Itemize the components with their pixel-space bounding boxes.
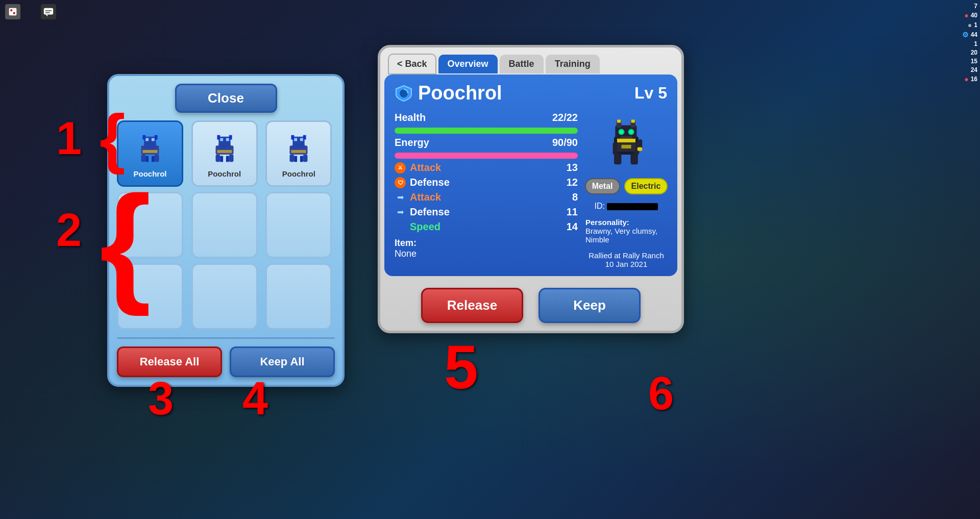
speed-icon (395, 221, 406, 233)
health-bar (395, 128, 578, 134)
svg-rect-27 (295, 138, 298, 141)
svg-rect-57 (9, 8, 17, 16)
svg-rect-18 (218, 144, 230, 149)
scroll-dot-1 (683, 180, 684, 187)
pokemon-slot-6[interactable] (265, 192, 332, 258)
hud-val-4: 44 (971, 31, 977, 38)
svg-rect-2 (155, 135, 158, 139)
sp-attack-label: Attack (410, 191, 441, 203)
tab-overview[interactable]: Overview (438, 55, 498, 73)
svg-rect-22 (226, 156, 229, 162)
pokemon-detail-sprite (596, 112, 657, 173)
type-electric: Electric (624, 178, 668, 194)
sp-attack-value: 8 (572, 191, 578, 203)
hud-row-8: 24 (962, 66, 977, 73)
defense-icon: 🛡 (395, 177, 406, 188)
tab-battle[interactable]: Battle (500, 55, 544, 73)
svg-rect-4 (152, 138, 155, 141)
keep-button[interactable]: Keep (538, 288, 641, 323)
poochrol-sprite-1 (132, 131, 168, 166)
hud-val-8: 24 (971, 66, 977, 73)
svg-point-45 (620, 130, 623, 134)
svg-rect-30 (293, 144, 305, 149)
close-button[interactable]: Close (175, 84, 277, 113)
hud-row-7: 15 (962, 58, 977, 65)
sprite-area: Metal Electric ID: Personality: Brawny, … (585, 112, 667, 268)
release-button[interactable]: Release (421, 288, 523, 323)
type-metal: Metal (585, 178, 620, 194)
energy-row: Energy 90/90 (395, 137, 578, 149)
sp-defense-value: 11 (567, 206, 578, 218)
svg-rect-63 (45, 12, 50, 13)
rally-date: 10 Jan 2021 (605, 260, 648, 268)
bottom-buttons: Release All Keep All (117, 347, 335, 377)
hud-icon-2: ● (964, 11, 968, 19)
hud-val-2: 40 (971, 12, 977, 19)
pokemon-slot-4[interactable] (117, 192, 183, 258)
svg-rect-14 (229, 135, 232, 139)
poochrol-sprite-3 (281, 131, 316, 166)
energy-value: 90/90 (547, 137, 578, 149)
svg-rect-19 (215, 154, 220, 162)
svg-rect-7 (141, 154, 146, 162)
svg-rect-16 (226, 138, 229, 141)
release-all-button[interactable]: Release All (117, 347, 222, 377)
svg-rect-42 (631, 120, 635, 123)
pokemon-slot-5[interactable] (191, 192, 258, 258)
pokemon-slot-8[interactable] (191, 263, 258, 330)
back-button[interactable]: < Back (388, 54, 436, 75)
svg-rect-54 (621, 145, 631, 149)
pokemon-slot-1[interactable]: Poochrol (117, 120, 183, 187)
pokemon-level: Lv 5 (634, 84, 667, 103)
stats-and-sprite: Health 22/22 Energy 90/90 ⚔ (395, 112, 667, 268)
tab-training[interactable]: Training (546, 55, 600, 73)
chat-icon[interactable] (41, 4, 56, 19)
attack-icon: ⚔ (395, 162, 406, 174)
hud-icon-4: ⚙ (962, 31, 969, 39)
pokemon-header: Poochrol Lv 5 (395, 82, 667, 104)
rallied-row: Rallied at Rally Ranch 10 Jan 2021 (589, 251, 664, 268)
health-bar-container (395, 128, 578, 134)
defense-row: 🛡 Defense 12 (395, 177, 578, 188)
item-row: Item: (395, 238, 578, 249)
scroll-indicators (683, 180, 684, 199)
health-row: Health 22/22 (395, 112, 578, 123)
speed-row: Speed 14 (395, 221, 578, 233)
hud-val-6: 20 (971, 49, 977, 56)
hud-val-9: 16 (971, 76, 977, 83)
health-value: 22/22 (547, 112, 578, 123)
scroll-dot-2 (683, 191, 684, 199)
keep-all-button[interactable]: Keep All (230, 347, 335, 377)
chat-bubble-icon (43, 6, 54, 17)
pokemon-slot-2[interactable]: Poochrol (191, 120, 258, 187)
hud-row-2: ● 40 (962, 11, 977, 19)
svg-rect-49 (614, 154, 621, 165)
pokemon-slot-7[interactable] (117, 263, 183, 330)
svg-rect-11 (142, 150, 157, 153)
slot-3-name: Poochrol (282, 169, 315, 178)
svg-rect-34 (300, 156, 303, 162)
pokemon-slot-3[interactable]: Poochrol (265, 120, 332, 187)
roblox-icon[interactable] (5, 4, 20, 19)
svg-rect-21 (220, 156, 223, 162)
svg-rect-58 (10, 9, 12, 11)
attack-value: 13 (567, 162, 578, 174)
attack-label: Attack (410, 162, 441, 174)
pokemon-slot-9[interactable] (265, 263, 332, 330)
divider (117, 337, 335, 339)
item-value-row: None (395, 249, 578, 259)
health-label: Health (395, 112, 440, 123)
svg-rect-33 (295, 156, 298, 162)
svg-rect-41 (617, 120, 621, 123)
svg-rect-28 (300, 138, 303, 141)
svg-rect-3 (145, 138, 149, 141)
id-label: ID: (595, 202, 605, 210)
sp-attack-row: ➡ Attack 8 (395, 191, 578, 203)
pokemon-sprite-2 (205, 129, 243, 167)
energy-bar-container (395, 153, 578, 159)
top-left-icons (5, 4, 56, 19)
hud-row-4: ⚙ 44 (962, 31, 977, 39)
defense-value: 12 (567, 177, 578, 188)
sp-attack-arrow-icon: ➡ (395, 192, 406, 203)
top-right-hud: 7 ● 40 ● 1 ⚙ 44 1 20 15 24 ● 16 (962, 3, 977, 83)
